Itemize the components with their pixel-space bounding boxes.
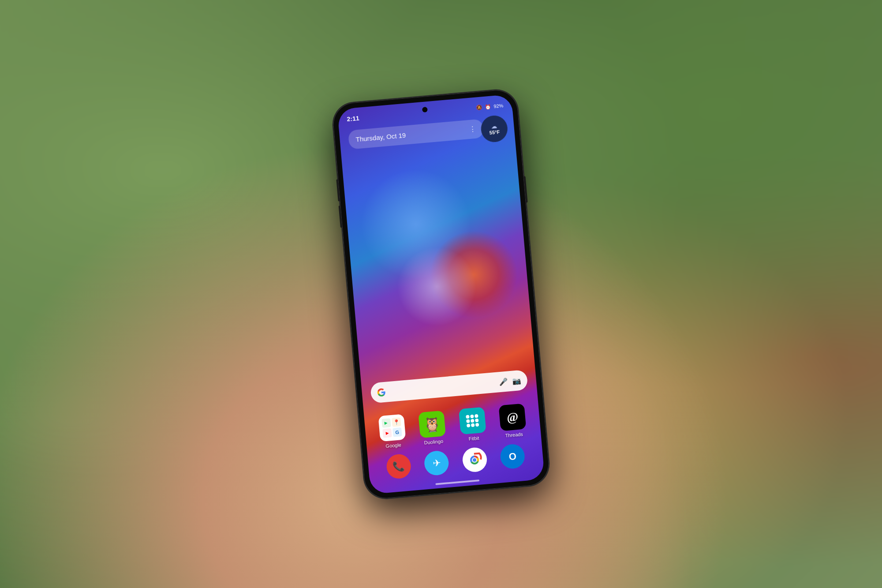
duolingo-app-label: Duolingo [424, 438, 443, 445]
threads-app-label: Threads [505, 431, 523, 438]
outlook-app-icon[interactable]: O [500, 443, 526, 469]
google-cluster: ▶ 📍 ▶ G [381, 417, 403, 438]
telegram-app-icon[interactable]: ✈ [423, 450, 450, 476]
dock-item-phone[interactable]: 📞 [385, 453, 412, 479]
battery-indicator: 92% [493, 103, 504, 109]
temperature-display: 55°F [489, 129, 500, 135]
google-search-bar[interactable]: 🎤 📷 [370, 369, 528, 403]
dock-item-chrome[interactable] [461, 446, 488, 473]
date-text: Thursday, Oct 19 [355, 131, 406, 143]
weather-cloud-icon: ☁ [491, 122, 497, 130]
fitbit-app-label: Fitbit [468, 435, 479, 441]
duolingo-owl-icon: 🦉 [422, 415, 441, 433]
app-grid: ▶ 📍 ▶ G Google 🦉 Duolingo [364, 402, 541, 450]
google-youtube-mini: ▶ [382, 428, 392, 438]
silent-icon: 🔕 [476, 104, 482, 110]
dock-item-telegram[interactable]: ✈ [423, 450, 450, 476]
chrome-wheel-icon [466, 451, 483, 468]
phone-screen: 2:11 🔕 ⏰ 92% Thursday, Oct 19 ⋮ ☁ 55°F [337, 94, 545, 494]
fitbit-app-icon[interactable] [459, 407, 486, 434]
duolingo-app-icon[interactable]: 🦉 [418, 410, 446, 438]
google-lens-icon[interactable]: 📷 [512, 376, 522, 385]
app-item-threads[interactable]: @ Threads [499, 403, 527, 438]
telegram-paper-plane-icon: ✈ [432, 457, 441, 469]
threads-app-icon[interactable]: @ [499, 403, 527, 431]
app-item-duolingo[interactable]: 🦉 Duolingo [418, 410, 446, 446]
phone-handset-icon: 📞 [392, 460, 405, 472]
status-time: 2:11 [347, 114, 359, 122]
weather-widget[interactable]: ☁ 55°F [480, 114, 508, 143]
phone: 2:11 🔕 ⏰ 92% Thursday, Oct 19 ⋮ ☁ 55°F [332, 88, 551, 500]
fitbit-dots-icon [466, 414, 479, 427]
chrome-app-icon[interactable] [461, 446, 488, 473]
alarm-icon: ⏰ [485, 104, 491, 110]
app-item-google[interactable]: ▶ 📍 ▶ G Google [378, 414, 406, 449]
outlook-envelope-icon: O [508, 450, 517, 462]
phone-body: 2:11 🔕 ⏰ 92% Thursday, Oct 19 ⋮ ☁ 55°F [332, 88, 551, 500]
google-play-mini: ▶ [381, 418, 391, 428]
google-more-mini: G [392, 427, 402, 437]
app-item-fitbit[interactable]: Fitbit [459, 407, 487, 442]
google-maps-mini: 📍 [392, 417, 401, 427]
google-g-logo [377, 387, 386, 397]
google-app-icon[interactable]: ▶ 📍 ▶ G [378, 414, 406, 442]
dock-item-outlook[interactable]: O [500, 443, 526, 469]
phone-app-icon[interactable]: 📞 [385, 453, 412, 479]
status-icons: 🔕 ⏰ 92% [476, 102, 504, 110]
date-widget-menu-icon[interactable]: ⋮ [469, 124, 477, 133]
microphone-icon[interactable]: 🎤 [499, 377, 508, 386]
google-app-label: Google [385, 442, 401, 449]
home-indicator[interactable] [435, 479, 479, 485]
threads-at-icon: @ [506, 409, 519, 424]
search-spacer [390, 382, 495, 392]
